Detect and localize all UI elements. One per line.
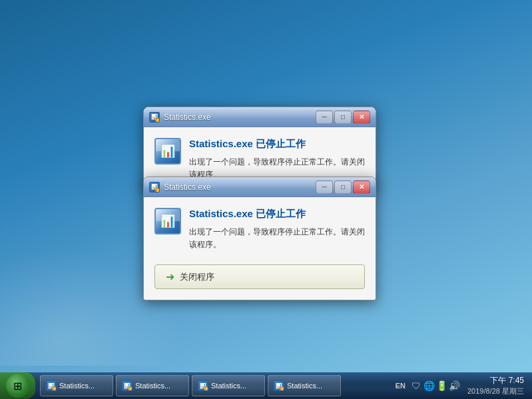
dialog-2-content: 📊 Statistics.exe 已停止工作 出现了一个问题，导致程序停止正常工… bbox=[154, 208, 365, 251]
taskbar-item-4-icon: 📊 ! bbox=[274, 380, 284, 391]
shield-icon[interactable]: 🛡 bbox=[411, 380, 421, 391]
taskbar-item-2[interactable]: 📊 ! Statistics... bbox=[116, 375, 189, 396]
clock-date: 2019/8/28 星期三 bbox=[467, 386, 524, 396]
taskbar-item-1[interactable]: 📊 ! Statistics... bbox=[40, 375, 113, 396]
taskbar-items: 📊 ! Statistics... 📊 ! Statistics... 📊 ! … bbox=[36, 372, 390, 399]
dialog-2-footer: ➜ 关闭程序 bbox=[144, 259, 376, 300]
dialog-2-titlebar[interactable]: 📊 ! Statistics.exe ─ □ ✕ bbox=[144, 177, 376, 197]
dialog-1-content: 📊 Statistics.exe 已停止工作 出现了一个问题，导致程序停止正常工… bbox=[154, 138, 365, 181]
start-button[interactable]: ⊞ bbox=[0, 372, 36, 399]
dialog-1-minimize-button[interactable]: ─ bbox=[316, 111, 333, 124]
dialog-1-titlebar[interactable]: 📊 ! Statistics.exe ─ □ ✕ bbox=[144, 107, 376, 127]
dialog-1-app-icon: 📊 ! bbox=[149, 112, 160, 123]
dialog-1-heading: Statistics.exe 已停止工作 bbox=[189, 138, 365, 151]
dialog-1-controls: ─ □ ✕ bbox=[316, 111, 370, 124]
taskbar-language[interactable]: EN bbox=[393, 380, 408, 391]
dialog-1-maximize-button[interactable]: □ bbox=[334, 111, 352, 124]
taskbar-item-3-label: Statistics... bbox=[211, 382, 246, 390]
dialog-1-title: Statistics.exe bbox=[164, 113, 316, 122]
error-dialog-2: 📊 ! Statistics.exe ─ □ ✕ 📊 Statistics.ex… bbox=[143, 177, 376, 300]
dialog-2-icon-container: 📊 bbox=[154, 208, 181, 234]
dialog-2-body: 📊 Statistics.exe 已停止工作 出现了一个问题，导致程序停止正常工… bbox=[144, 197, 376, 259]
dialog-2-close-button[interactable]: ✕ bbox=[353, 181, 370, 194]
taskbar-item-2-label: Statistics... bbox=[135, 382, 170, 390]
dialog-1-app-icon-large: 📊 bbox=[154, 138, 181, 165]
dialog-1-close-button[interactable]: ✕ bbox=[353, 111, 370, 124]
start-orb-icon: ⊞ bbox=[6, 374, 30, 398]
taskbar-item-3[interactable]: 📊 ! Statistics... bbox=[192, 375, 265, 396]
network-icon[interactable]: 🌐 bbox=[423, 380, 434, 391]
taskbar-item-2-icon: 📊 ! bbox=[122, 380, 133, 391]
dialog-2-app-icon: 📊 ! bbox=[149, 182, 160, 193]
taskbar-system-icons: 🛡 🌐 🔋 🔊 bbox=[411, 380, 459, 391]
taskbar: ⊞ 📊 ! Statistics... 📊 ! Statistics... 📊 … bbox=[0, 372, 532, 399]
taskbar-item-4[interactable]: 📊 ! Statistics... bbox=[268, 375, 341, 396]
close-program-label: 关闭程序 bbox=[180, 271, 214, 283]
dialog-2-heading: Statistics.exe 已停止工作 bbox=[189, 208, 365, 220]
dialog-2-text-area: Statistics.exe 已停止工作 出现了一个问题，导致程序停止正常工作。… bbox=[189, 208, 365, 251]
arrow-icon: ➜ bbox=[166, 270, 174, 283]
taskbar-item-1-icon: 📊 ! bbox=[46, 380, 57, 391]
dialog-2-app-icon-large: 📊 bbox=[154, 208, 181, 234]
taskbar-item-1-label: Statistics... bbox=[59, 382, 95, 390]
dialog-2-minimize-button[interactable]: ─ bbox=[316, 181, 333, 194]
dialog-2-maximize-button[interactable]: □ bbox=[334, 181, 352, 194]
dialog-1-icon-container: 📊 bbox=[154, 138, 181, 165]
dialog-2-controls: ─ □ ✕ bbox=[316, 181, 370, 194]
taskbar-clock[interactable]: 下午 7:45 2019/8/28 星期三 bbox=[462, 376, 529, 396]
clock-time: 下午 7:45 bbox=[490, 376, 524, 386]
taskbar-item-4-label: Statistics... bbox=[287, 382, 322, 390]
close-program-button[interactable]: ➜ 关闭程序 bbox=[154, 264, 365, 289]
volume-icon[interactable]: 🔊 bbox=[449, 380, 459, 391]
taskbar-item-3-icon: 📊 ! bbox=[198, 380, 208, 391]
dialog-2-description: 出现了一个问题，导致程序停止正常工作。请关闭该程序。 bbox=[189, 226, 365, 251]
taskbar-right: EN 🛡 🌐 🔋 🔊 下午 7:45 2019/8/28 星期三 bbox=[390, 372, 532, 399]
battery-icon[interactable]: 🔋 bbox=[436, 380, 447, 391]
dialog-1-text-area: Statistics.exe 已停止工作 出现了一个问题，导致程序停止正常工作。… bbox=[189, 138, 365, 181]
dialog-2-title: Statistics.exe bbox=[164, 183, 316, 192]
